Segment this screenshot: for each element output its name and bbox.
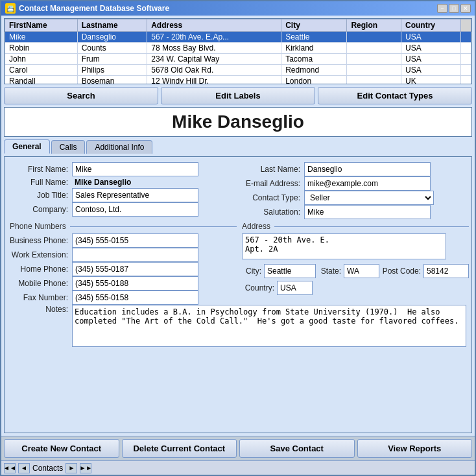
company-input[interactable] <box>72 202 198 217</box>
table-row[interactable]: RobinCounts78 Moss Bay Blvd.KirklandUSA <box>5 43 471 54</box>
contact-type-group: Contact Type: SellerBuyerPartnerVendor <box>242 191 466 205</box>
cell-lastname: Danseglio <box>77 32 147 43</box>
contact-type-select[interactable]: SellerBuyerPartnerVendor <box>304 191 434 205</box>
first-name-input[interactable] <box>72 162 198 176</box>
cell-lastname: Philips <box>77 65 147 76</box>
tab-additional-info[interactable]: Additional Info <box>86 140 152 154</box>
cell-address: 78 Moss Bay Blvd. <box>147 43 281 54</box>
table-row[interactable]: JohnFrum234 W. Capital WayTacomaUSA <box>5 54 471 65</box>
nav-first-button[interactable]: ◄◄ <box>4 463 16 473</box>
nav-next-button[interactable]: ► <box>65 463 77 473</box>
main-toolbar: Search Edit Labels Edit Contact Types <box>4 87 472 104</box>
nav-last-button[interactable]: ►► <box>80 463 91 473</box>
job-title-label: Job Title: <box>10 191 68 200</box>
salutation-label: Salutation: <box>242 208 300 217</box>
job-title-group: Job Title: <box>10 188 237 202</box>
first-name-group: First Name: <box>10 162 237 176</box>
email-input[interactable] <box>304 176 431 191</box>
notes-section: Notes: <box>10 305 466 349</box>
table-row[interactable]: MikeDanseglio567 - 20th Ave. E.Ap...Seat… <box>5 32 471 43</box>
view-reports-button[interactable]: View Reports <box>357 439 473 458</box>
city-input[interactable] <box>264 264 316 278</box>
salutation-input[interactable] <box>304 205 431 219</box>
scrollbar-header <box>461 19 471 32</box>
contact-full-name: Mike Danseglio <box>172 112 304 132</box>
country-input[interactable] <box>277 281 313 295</box>
delete-current-contact-button[interactable]: Delete Current Contact <box>122 439 237 458</box>
city-state-row: City: State: Post Code: <box>242 264 469 278</box>
mobile-phone-group: Mobile Phone: <box>10 276 237 291</box>
business-phone-input[interactable] <box>72 233 198 248</box>
full-name-value: Mike Danseglio <box>72 176 134 188</box>
notes-label: Notes: <box>10 305 68 314</box>
last-name-group: Last Name: <box>242 162 466 176</box>
address-divider <box>274 226 469 227</box>
bottom-toolbar: Create New Contact Delete Current Contac… <box>1 436 475 460</box>
cell-lastname: Counts <box>77 43 147 54</box>
cell-address: 567 - 20th Ave. E.Ap... <box>147 32 281 43</box>
country-row: Country: <box>242 281 469 295</box>
tab-general[interactable]: General <box>4 139 50 154</box>
col-lastname: Lastname <box>77 19 147 32</box>
col-city: City <box>281 19 347 32</box>
state-label: State: <box>318 267 341 276</box>
title-bar-left: 📇 Contact Management Database Software <box>5 3 169 14</box>
country-label: Country: <box>242 283 274 292</box>
company-label: Company: <box>10 205 68 214</box>
scrollbar-cell <box>461 43 471 54</box>
tabs-container: General Calls Additional Info <box>4 139 472 154</box>
window-title: Contact Management Database Software <box>19 4 169 13</box>
last-name-input[interactable] <box>304 162 431 176</box>
contacts-table-container: FirstName Lastname Address City Region C… <box>4 18 472 84</box>
home-phone-label: Home Phone: <box>10 265 68 274</box>
home-phone-input[interactable] <box>72 262 198 276</box>
job-title-input[interactable] <box>72 188 198 202</box>
create-new-contact-button[interactable]: Create New Contact <box>4 439 119 458</box>
work-extension-input[interactable] <box>72 248 198 262</box>
close-button[interactable]: ✕ <box>460 4 471 13</box>
home-phone-group: Home Phone: <box>10 262 237 276</box>
phone-section-label: Phone Numbers <box>10 222 66 231</box>
state-input[interactable] <box>344 264 379 278</box>
last-name-label: Last Name: <box>242 165 300 174</box>
cell-country: USA <box>401 43 461 54</box>
cell-firstname: Robin <box>5 43 78 54</box>
cell-firstname: Carol <box>5 65 78 76</box>
phone-divider <box>70 226 237 227</box>
tab-calls[interactable]: Calls <box>51 140 86 154</box>
main-window: 📇 Contact Management Database Software −… <box>0 0 476 476</box>
cell-city: Tacoma <box>281 54 347 65</box>
email-group: E-mail Address: <box>242 176 466 191</box>
cell-address: 234 W. Capital Way <box>147 54 281 65</box>
work-extension-label: Work Extension: <box>10 250 68 259</box>
save-contact-button[interactable]: Save Contact <box>239 439 355 458</box>
edit-contact-types-button[interactable]: Edit Contact Types <box>318 87 472 104</box>
notes-textarea[interactable] <box>72 305 466 347</box>
cell-country: USA <box>401 65 461 76</box>
nav-prev-button[interactable]: ◄ <box>18 463 30 473</box>
business-phone-group: Business Phone: <box>10 233 237 248</box>
search-button[interactable]: Search <box>4 87 158 104</box>
cell-lastname: Boseman <box>77 76 147 85</box>
table-row[interactable]: RandallBoseman12 Windy Hill Dr.LondonUK <box>5 76 471 85</box>
cell-address: 5678 Old Oak Rd. <box>147 65 281 76</box>
edit-labels-button[interactable]: Edit Labels <box>161 87 315 104</box>
post-code-input[interactable] <box>423 264 469 278</box>
table-row[interactable]: CarolPhilips5678 Old Oak Rd.RedmondUSA <box>5 65 471 76</box>
address-textarea[interactable] <box>242 233 446 259</box>
minimize-button[interactable]: − <box>437 4 447 13</box>
mobile-phone-input[interactable] <box>72 276 198 291</box>
address-section-header: Address <box>242 222 469 231</box>
form-left-col: First Name: Full Name: Mike Danseglio Jo… <box>10 162 237 219</box>
full-name-label: Full Name: <box>10 178 68 187</box>
scrollbar-cell <box>461 32 471 43</box>
fax-number-input[interactable] <box>72 291 198 305</box>
form-right-col: Last Name: E-mail Address: Contact Type:… <box>242 162 466 219</box>
phone-section-header: Phone Numbers <box>10 222 237 231</box>
col-region: Region <box>347 19 401 32</box>
maximize-button[interactable]: □ <box>449 4 459 13</box>
cell-region <box>347 65 401 76</box>
form-top-section: First Name: Full Name: Mike Danseglio Jo… <box>10 162 466 219</box>
phone-section: Phone Numbers Business Phone: Work Exten… <box>10 219 237 305</box>
contact-type-label: Contact Type: <box>242 193 300 202</box>
